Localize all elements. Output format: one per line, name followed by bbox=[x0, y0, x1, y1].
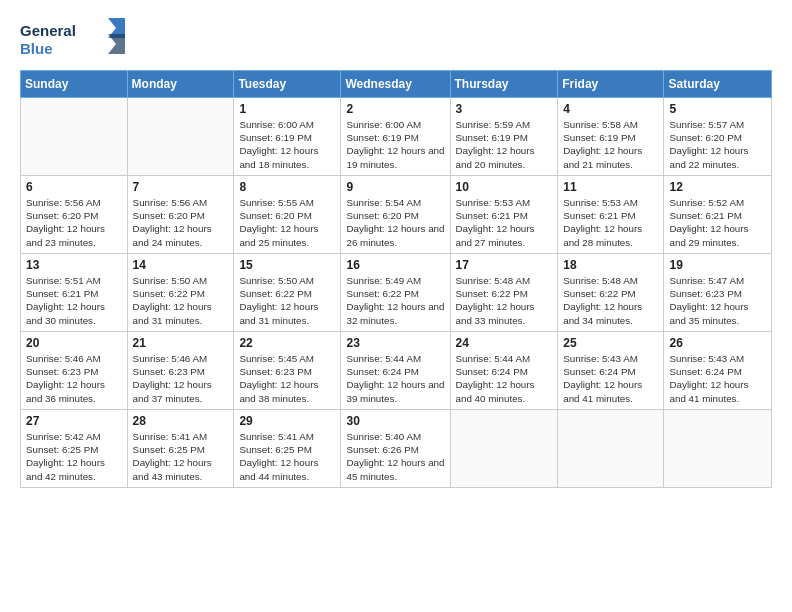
day-number: 15 bbox=[239, 258, 335, 272]
calendar-day-cell: 4Sunrise: 5:58 AMSunset: 6:19 PMDaylight… bbox=[558, 98, 664, 176]
day-info: Sunrise: 5:54 AMSunset: 6:20 PMDaylight:… bbox=[346, 196, 444, 249]
calendar-day-cell: 28Sunrise: 5:41 AMSunset: 6:25 PMDayligh… bbox=[127, 410, 234, 488]
calendar-week-row: 1Sunrise: 6:00 AMSunset: 6:19 PMDaylight… bbox=[21, 98, 772, 176]
calendar-day-header: Friday bbox=[558, 71, 664, 98]
calendar-day-cell: 5Sunrise: 5:57 AMSunset: 6:20 PMDaylight… bbox=[664, 98, 772, 176]
day-info: Sunrise: 5:41 AMSunset: 6:25 PMDaylight:… bbox=[239, 430, 335, 483]
calendar-day-cell bbox=[127, 98, 234, 176]
day-number: 30 bbox=[346, 414, 444, 428]
calendar-day-header: Wednesday bbox=[341, 71, 450, 98]
day-info: Sunrise: 5:45 AMSunset: 6:23 PMDaylight:… bbox=[239, 352, 335, 405]
day-number: 16 bbox=[346, 258, 444, 272]
calendar-day-cell bbox=[21, 98, 128, 176]
calendar-day-cell: 29Sunrise: 5:41 AMSunset: 6:25 PMDayligh… bbox=[234, 410, 341, 488]
day-number: 11 bbox=[563, 180, 658, 194]
svg-marker-3 bbox=[108, 34, 125, 54]
day-info: Sunrise: 5:44 AMSunset: 6:24 PMDaylight:… bbox=[346, 352, 444, 405]
calendar-day-cell: 14Sunrise: 5:50 AMSunset: 6:22 PMDayligh… bbox=[127, 254, 234, 332]
calendar-day-cell: 3Sunrise: 5:59 AMSunset: 6:19 PMDaylight… bbox=[450, 98, 558, 176]
day-number: 27 bbox=[26, 414, 122, 428]
calendar-day-cell: 19Sunrise: 5:47 AMSunset: 6:23 PMDayligh… bbox=[664, 254, 772, 332]
day-info: Sunrise: 5:53 AMSunset: 6:21 PMDaylight:… bbox=[563, 196, 658, 249]
day-info: Sunrise: 5:48 AMSunset: 6:22 PMDaylight:… bbox=[563, 274, 658, 327]
calendar-week-row: 6Sunrise: 5:56 AMSunset: 6:20 PMDaylight… bbox=[21, 176, 772, 254]
day-number: 18 bbox=[563, 258, 658, 272]
day-info: Sunrise: 5:43 AMSunset: 6:24 PMDaylight:… bbox=[563, 352, 658, 405]
calendar-day-cell: 24Sunrise: 5:44 AMSunset: 6:24 PMDayligh… bbox=[450, 332, 558, 410]
day-number: 1 bbox=[239, 102, 335, 116]
day-number: 21 bbox=[133, 336, 229, 350]
day-number: 19 bbox=[669, 258, 766, 272]
day-info: Sunrise: 5:51 AMSunset: 6:21 PMDaylight:… bbox=[26, 274, 122, 327]
day-number: 12 bbox=[669, 180, 766, 194]
day-info: Sunrise: 6:00 AMSunset: 6:19 PMDaylight:… bbox=[239, 118, 335, 171]
calendar-week-row: 27Sunrise: 5:42 AMSunset: 6:25 PMDayligh… bbox=[21, 410, 772, 488]
day-number: 24 bbox=[456, 336, 553, 350]
day-info: Sunrise: 5:55 AMSunset: 6:20 PMDaylight:… bbox=[239, 196, 335, 249]
calendar-day-cell: 21Sunrise: 5:46 AMSunset: 6:23 PMDayligh… bbox=[127, 332, 234, 410]
day-info: Sunrise: 5:57 AMSunset: 6:20 PMDaylight:… bbox=[669, 118, 766, 171]
day-number: 25 bbox=[563, 336, 658, 350]
day-number: 20 bbox=[26, 336, 122, 350]
calendar-day-cell: 15Sunrise: 5:50 AMSunset: 6:22 PMDayligh… bbox=[234, 254, 341, 332]
calendar-day-cell: 8Sunrise: 5:55 AMSunset: 6:20 PMDaylight… bbox=[234, 176, 341, 254]
day-info: Sunrise: 5:58 AMSunset: 6:19 PMDaylight:… bbox=[563, 118, 658, 171]
day-number: 23 bbox=[346, 336, 444, 350]
calendar-day-header: Sunday bbox=[21, 71, 128, 98]
calendar-day-cell: 30Sunrise: 5:40 AMSunset: 6:26 PMDayligh… bbox=[341, 410, 450, 488]
calendar-header-row: SundayMondayTuesdayWednesdayThursdayFrid… bbox=[21, 71, 772, 98]
day-number: 26 bbox=[669, 336, 766, 350]
calendar-day-cell: 11Sunrise: 5:53 AMSunset: 6:21 PMDayligh… bbox=[558, 176, 664, 254]
day-number: 9 bbox=[346, 180, 444, 194]
day-number: 7 bbox=[133, 180, 229, 194]
calendar-day-cell: 27Sunrise: 5:42 AMSunset: 6:25 PMDayligh… bbox=[21, 410, 128, 488]
svg-text:General: General bbox=[20, 22, 76, 39]
day-number: 3 bbox=[456, 102, 553, 116]
day-info: Sunrise: 5:44 AMSunset: 6:24 PMDaylight:… bbox=[456, 352, 553, 405]
calendar-day-cell: 23Sunrise: 5:44 AMSunset: 6:24 PMDayligh… bbox=[341, 332, 450, 410]
day-number: 13 bbox=[26, 258, 122, 272]
day-number: 28 bbox=[133, 414, 229, 428]
day-info: Sunrise: 5:56 AMSunset: 6:20 PMDaylight:… bbox=[26, 196, 122, 249]
svg-text:Blue: Blue bbox=[20, 40, 53, 57]
day-number: 14 bbox=[133, 258, 229, 272]
day-info: Sunrise: 5:52 AMSunset: 6:21 PMDaylight:… bbox=[669, 196, 766, 249]
day-info: Sunrise: 5:59 AMSunset: 6:19 PMDaylight:… bbox=[456, 118, 553, 171]
calendar-day-header: Saturday bbox=[664, 71, 772, 98]
calendar-day-cell: 20Sunrise: 5:46 AMSunset: 6:23 PMDayligh… bbox=[21, 332, 128, 410]
day-number: 4 bbox=[563, 102, 658, 116]
header: General Blue bbox=[20, 16, 772, 60]
calendar-day-cell: 16Sunrise: 5:49 AMSunset: 6:22 PMDayligh… bbox=[341, 254, 450, 332]
day-info: Sunrise: 5:53 AMSunset: 6:21 PMDaylight:… bbox=[456, 196, 553, 249]
calendar-day-cell: 10Sunrise: 5:53 AMSunset: 6:21 PMDayligh… bbox=[450, 176, 558, 254]
calendar-day-cell bbox=[558, 410, 664, 488]
calendar-day-cell: 18Sunrise: 5:48 AMSunset: 6:22 PMDayligh… bbox=[558, 254, 664, 332]
calendar-week-row: 20Sunrise: 5:46 AMSunset: 6:23 PMDayligh… bbox=[21, 332, 772, 410]
calendar-week-row: 13Sunrise: 5:51 AMSunset: 6:21 PMDayligh… bbox=[21, 254, 772, 332]
day-number: 8 bbox=[239, 180, 335, 194]
day-info: Sunrise: 5:41 AMSunset: 6:25 PMDaylight:… bbox=[133, 430, 229, 483]
logo-icon: General Blue bbox=[20, 16, 130, 60]
calendar-day-cell: 12Sunrise: 5:52 AMSunset: 6:21 PMDayligh… bbox=[664, 176, 772, 254]
day-info: Sunrise: 5:49 AMSunset: 6:22 PMDaylight:… bbox=[346, 274, 444, 327]
calendar-day-cell: 6Sunrise: 5:56 AMSunset: 6:20 PMDaylight… bbox=[21, 176, 128, 254]
day-number: 17 bbox=[456, 258, 553, 272]
calendar-day-cell: 26Sunrise: 5:43 AMSunset: 6:24 PMDayligh… bbox=[664, 332, 772, 410]
day-number: 29 bbox=[239, 414, 335, 428]
calendar-day-cell: 1Sunrise: 6:00 AMSunset: 6:19 PMDaylight… bbox=[234, 98, 341, 176]
calendar-day-header: Thursday bbox=[450, 71, 558, 98]
calendar-day-cell: 2Sunrise: 6:00 AMSunset: 6:19 PMDaylight… bbox=[341, 98, 450, 176]
logo: General Blue bbox=[20, 16, 130, 60]
calendar-day-cell bbox=[450, 410, 558, 488]
calendar-day-cell: 22Sunrise: 5:45 AMSunset: 6:23 PMDayligh… bbox=[234, 332, 341, 410]
day-info: Sunrise: 5:48 AMSunset: 6:22 PMDaylight:… bbox=[456, 274, 553, 327]
calendar-day-cell: 7Sunrise: 5:56 AMSunset: 6:20 PMDaylight… bbox=[127, 176, 234, 254]
day-number: 6 bbox=[26, 180, 122, 194]
calendar-day-cell bbox=[664, 410, 772, 488]
day-info: Sunrise: 5:43 AMSunset: 6:24 PMDaylight:… bbox=[669, 352, 766, 405]
day-info: Sunrise: 5:47 AMSunset: 6:23 PMDaylight:… bbox=[669, 274, 766, 327]
calendar-day-cell: 9Sunrise: 5:54 AMSunset: 6:20 PMDaylight… bbox=[341, 176, 450, 254]
day-number: 22 bbox=[239, 336, 335, 350]
calendar-day-cell: 17Sunrise: 5:48 AMSunset: 6:22 PMDayligh… bbox=[450, 254, 558, 332]
day-number: 2 bbox=[346, 102, 444, 116]
